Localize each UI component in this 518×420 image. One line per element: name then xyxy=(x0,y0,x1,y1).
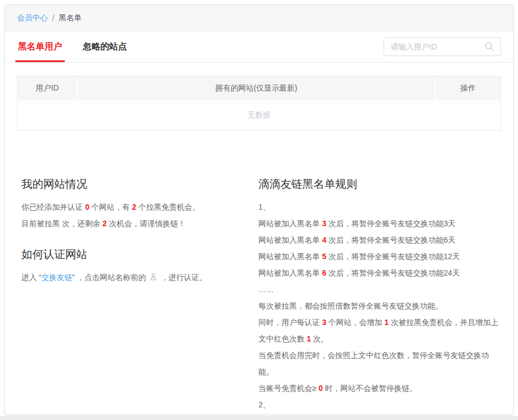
highlight-number: 2 xyxy=(103,219,107,228)
breadcrumb-separator: / xyxy=(52,14,54,23)
tab-blacklist-users[interactable]: 黑名单用户 xyxy=(15,31,65,62)
highlight-number: 0 xyxy=(85,203,89,211)
highlight-number: 1 xyxy=(307,334,311,343)
my-site-title: 我的网站情况 xyxy=(21,177,252,191)
text-segment: 进入 “ xyxy=(21,273,42,282)
text-segment: 2、 xyxy=(258,400,271,409)
text-line: 同时，用户每认证 3 个网站，会增加 1 次被拉黑免责机会，并且增加上文中红色次… xyxy=(258,314,501,347)
column-header-owned-sites: 拥有的网站(仅显示最新) xyxy=(78,76,436,100)
table-header: 用户ID 拥有的网站(仅显示最新) 操作 xyxy=(18,76,500,100)
text-segment: 网站被加入黑名单 xyxy=(258,252,322,261)
table-empty-state: 无数据 xyxy=(18,100,500,130)
text-segment: 个网站，会增加 xyxy=(326,318,385,327)
breadcrumb-current: 黑名单 xyxy=(59,13,82,23)
column-header-actions: 操作 xyxy=(436,76,500,100)
search-icon[interactable] xyxy=(485,42,494,52)
info-columns: 我的网站情况 你已经添加并认证 0 个网站，有 2 个拉黑免责机会。目前被拉黑 … xyxy=(5,177,513,415)
text-line: 每次拉黑用户，将会拉黑该用户的所有网站，将无法和这些网站进行友链交换。 xyxy=(258,413,501,415)
text-segment: 次机会，请谨慎换链！ xyxy=(107,219,186,228)
blacklist-rules-section: 滴滴友链黑名单规则 1、网站被加入黑名单 3 次后，将暂停全账号友链交换功能3天… xyxy=(258,177,501,415)
text-segment: 次。 xyxy=(311,334,329,343)
how-to-verify-line: 进入 “交换友链” ，点击网站名称前的 ，进行认证。 xyxy=(21,269,252,285)
page-bottom-strip xyxy=(0,416,518,420)
column-header-user-id: 用户ID xyxy=(18,76,78,100)
highlight-number: 3 xyxy=(322,318,326,327)
text-segment: 网站被加入黑名单 xyxy=(258,268,322,277)
user-icon xyxy=(149,270,157,278)
text-line: 1、 xyxy=(258,199,501,215)
highlight-number: 5 xyxy=(322,252,326,261)
text-line: 网站被加入黑名单 5 次后，将暂停全账号友链交换功能12天 xyxy=(258,248,501,265)
exchange-links-link[interactable]: 交换友链 xyxy=(42,273,72,282)
text-segment: 次后，将暂停全账号友链交换功能6天 xyxy=(326,236,456,244)
blacklist-table: 用户ID 拥有的网站(仅显示最新) 操作 无数据 xyxy=(17,76,501,131)
tabs-bar: 黑名单用户 忽略的站点 xyxy=(5,31,513,63)
text-line: 网站被加入黑名单 6 次后，将暂停全账号友链交换功能24天 xyxy=(258,265,501,281)
highlight-number: 6 xyxy=(322,268,326,277)
main-card: 会员中心 / 黑名单 黑名单用户 忽略的站点 用户ID 拥有的网站(仅显示最新)… xyxy=(4,4,514,415)
text-line: 你已经添加并认证 0 个网站，有 2 个拉黑免责机会。 xyxy=(21,199,252,215)
breadcrumb: 会员中心 / 黑名单 xyxy=(5,5,513,31)
how-to-verify-title: 如何认证网站 xyxy=(21,247,252,261)
breadcrumb-link-member-center[interactable]: 会员中心 xyxy=(17,13,48,23)
text-line: 当免责机会用完时，会按照上文中红色次数，暂停全账号友链交换功能。 xyxy=(258,347,501,380)
text-segment: 当账号免责机会≥ xyxy=(258,384,319,393)
highlight-number: 4 xyxy=(322,236,326,244)
text-segment: 时，网站不会被暂停换链。 xyxy=(323,384,417,393)
text-line: 网站被加入黑名单 4 次后，将暂停全账号友链交换功能6天 xyxy=(258,232,501,248)
text-segment: 你已经添加并认证 xyxy=(21,203,85,211)
text-segment: 当免责机会用完时，会按照上文中红色次数，暂停全账号友链交换功能。 xyxy=(258,351,489,376)
text-line: 2、 xyxy=(258,396,501,413)
text-segment: 1、 xyxy=(258,203,271,211)
text-segment: 次后，将暂停全账号友链交换功能12天 xyxy=(326,252,460,261)
text-segment: 目前被拉黑 次，还剩余 xyxy=(21,219,103,228)
search-input[interactable] xyxy=(384,37,501,56)
blacklist-rules-title: 滴滴友链黑名单规则 xyxy=(258,177,501,191)
blacklist-rules-lines: 1、网站被加入黑名单 3 次后，将暂停全账号友链交换功能3天网站被加入黑名单 4… xyxy=(258,199,501,415)
text-line: 网站被加入黑名单 3 次后，将暂停全账号友链交换功能3天 xyxy=(258,215,501,232)
text-segment: 次后，将暂停全账号友链交换功能3天 xyxy=(326,219,456,228)
text-line: 当账号免责机会≥ 0 时，网站不会被暂停换链。 xyxy=(258,380,501,396)
highlight-number: 3 xyxy=(322,219,326,228)
text-segment: 同时，用户每认证 xyxy=(258,318,322,327)
text-segment: 个拉黑免责机会。 xyxy=(136,203,200,211)
my-site-lines: 你已经添加并认证 0 个网站，有 2 个拉黑免责机会。目前被拉黑 次，还剩余 2… xyxy=(21,199,252,232)
text-segment: …… xyxy=(258,285,274,294)
text-line: 目前被拉黑 次，还剩余 2 次机会，请谨慎换链！ xyxy=(21,215,252,232)
text-segment: ” ，点击网站名称前的 xyxy=(72,273,148,282)
text-segment: 网站被加入黑名单 xyxy=(258,219,322,228)
text-line: …… xyxy=(258,281,501,298)
text-segment: 个网站，有 xyxy=(89,203,132,211)
text-line: 每次被拉黑，都会按照倍数暂停全账号友链交换功能。 xyxy=(258,298,501,314)
search-box xyxy=(384,37,501,56)
my-site-section: 我的网站情况 你已经添加并认证 0 个网站，有 2 个拉黑免责机会。目前被拉黑 … xyxy=(17,177,252,415)
tab-ignored-sites[interactable]: 忽略的站点 xyxy=(80,31,130,62)
text-segment: 次后，将暂停全账号友链交换功能24天 xyxy=(326,268,460,277)
text-segment: 网站被加入黑名单 xyxy=(258,236,322,244)
text-segment: ，进行认证。 xyxy=(159,273,207,282)
text-segment: 每次被拉黑，都会按照倍数暂停全账号友链交换功能。 xyxy=(258,301,443,310)
